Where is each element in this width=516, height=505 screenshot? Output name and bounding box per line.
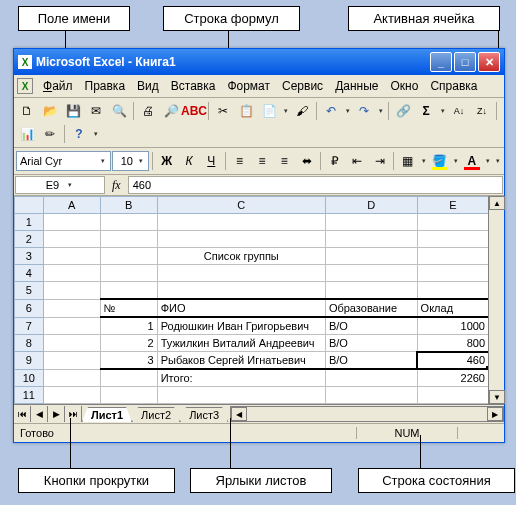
sheet-tab-3[interactable]: Лист3 — [180, 407, 228, 422]
sort-desc-icon[interactable]: Z↓ — [471, 100, 493, 122]
menu-tools[interactable]: Сервис — [276, 77, 329, 95]
row-header-4[interactable]: 4 — [15, 265, 44, 282]
mail-icon[interactable]: ✉ — [85, 100, 107, 122]
sheet-tab-1[interactable]: Лист1 — [82, 407, 132, 422]
open-icon[interactable]: 📂 — [39, 100, 61, 122]
toolbar-more[interactable]: ▾ — [91, 130, 100, 138]
format-painter-icon[interactable]: 🖌 — [291, 100, 313, 122]
row-header-5[interactable]: 5 — [15, 282, 44, 300]
vertical-scrollbar[interactable]: ▲ ▼ — [488, 196, 504, 404]
tab-nav-last-icon[interactable]: ⏭ — [65, 406, 82, 422]
menu-view[interactable]: Вид — [131, 77, 165, 95]
autosum-icon[interactable]: Σ — [415, 100, 437, 122]
scroll-right-icon[interactable]: ▶ — [487, 407, 503, 421]
help-icon[interactable]: ? — [68, 123, 90, 145]
name-box-dropdown[interactable]: ▾ — [65, 181, 74, 189]
redo-icon[interactable]: ↷ — [353, 100, 375, 122]
cell-r3-num[interactable]: 3 — [100, 352, 157, 370]
row-header-2[interactable]: 2 — [15, 231, 44, 248]
sheet-tab-2[interactable]: Лист2 — [132, 407, 180, 422]
cell-hdr-fio[interactable]: ФИО — [157, 299, 325, 317]
indent-inc-icon[interactable]: ⇥ — [369, 150, 390, 172]
cell-title[interactable]: Список группы — [157, 248, 325, 265]
row-header-6[interactable]: 6 — [15, 299, 44, 317]
app-control-icon[interactable]: X — [17, 78, 33, 94]
row-header-1[interactable]: 1 — [15, 214, 44, 231]
format-more[interactable]: ▾ — [493, 157, 502, 165]
search-icon[interactable]: 🔍 — [108, 100, 130, 122]
undo-icon[interactable]: ↶ — [320, 100, 342, 122]
align-center-icon[interactable]: ≡ — [251, 150, 272, 172]
cell-r2-fio[interactable]: Тужилкин Виталий Андреевич — [157, 335, 325, 352]
menu-format[interactable]: Формат — [221, 77, 276, 95]
row-header-9[interactable]: 9 — [15, 352, 44, 370]
row-header-8[interactable]: 8 — [15, 335, 44, 352]
tab-nav-first-icon[interactable]: ⏮ — [14, 406, 31, 422]
paste-dropdown[interactable]: ▾ — [281, 107, 290, 115]
row-header-10[interactable]: 10 — [15, 369, 44, 387]
borders-dropdown[interactable]: ▾ — [419, 157, 428, 165]
cell-hdr-edu[interactable]: Образование — [325, 299, 417, 317]
spell-icon[interactable]: ABC — [183, 100, 205, 122]
drawing-icon[interactable]: ✏ — [39, 123, 61, 145]
cell-r3-fio[interactable]: Рыбаков Сергей Игнатьевич — [157, 352, 325, 370]
cell-r2-num[interactable]: 2 — [100, 335, 157, 352]
col-header-B[interactable]: B — [100, 197, 157, 214]
scroll-down-icon[interactable]: ▼ — [489, 390, 505, 404]
paste-icon[interactable]: 📄 — [258, 100, 280, 122]
copy-icon[interactable]: 📋 — [235, 100, 257, 122]
preview-icon[interactable]: 🔎 — [160, 100, 182, 122]
underline-button[interactable]: Ч — [201, 150, 222, 172]
menu-edit[interactable]: Правка — [79, 77, 132, 95]
fx-icon[interactable]: fx — [106, 178, 127, 193]
cell-total-val[interactable]: 2260 — [417, 369, 488, 387]
row-header-3[interactable]: 3 — [15, 248, 44, 265]
col-header-A[interactable]: A — [43, 197, 100, 214]
cell-r1-edu[interactable]: В/О — [325, 317, 417, 335]
menu-window[interactable]: Окно — [384, 77, 424, 95]
col-header-C[interactable]: C — [157, 197, 325, 214]
cell-r2-edu[interactable]: В/О — [325, 335, 417, 352]
cell-r3-edu[interactable]: В/О — [325, 352, 417, 370]
align-left-icon[interactable]: ≡ — [229, 150, 250, 172]
redo-dropdown[interactable]: ▾ — [376, 107, 385, 115]
maximize-button[interactable]: □ — [454, 52, 476, 72]
merge-center-icon[interactable]: ⬌ — [296, 150, 317, 172]
italic-button[interactable]: К — [178, 150, 199, 172]
scroll-left-icon[interactable]: ◀ — [231, 407, 247, 421]
formula-input[interactable]: 460 — [128, 176, 503, 194]
cell-r1-num[interactable]: 1 — [100, 317, 157, 335]
font-color-icon[interactable]: А — [461, 150, 482, 172]
row-header-7[interactable]: 7 — [15, 317, 44, 335]
currency-icon[interactable]: ₽ — [324, 150, 345, 172]
autosum-dropdown[interactable]: ▾ — [438, 107, 447, 115]
cell-r2-sal[interactable]: 800 — [417, 335, 488, 352]
tab-nav-next-icon[interactable]: ▶ — [48, 406, 65, 422]
cell-hdr-num[interactable]: № — [100, 299, 157, 317]
sort-asc-icon[interactable]: A↓ — [448, 100, 470, 122]
indent-dec-icon[interactable]: ⇤ — [347, 150, 368, 172]
chart-icon[interactable]: 📊 — [16, 123, 38, 145]
fontcolor-dropdown[interactable]: ▾ — [484, 157, 493, 165]
hyperlink-icon[interactable]: 🔗 — [392, 100, 414, 122]
menu-insert[interactable]: Вставка — [165, 77, 222, 95]
col-header-E[interactable]: E — [417, 197, 488, 214]
scroll-up-icon[interactable]: ▲ — [489, 196, 505, 210]
active-cell-E9[interactable]: 460 — [417, 352, 488, 370]
menu-file[interactable]: ФФайлайл — [37, 77, 79, 95]
cell-r1-fio[interactable]: Родюшкин Иван Григорьевич — [157, 317, 325, 335]
cut-icon[interactable]: ✂ — [212, 100, 234, 122]
new-icon[interactable]: 🗋 — [16, 100, 38, 122]
tab-nav-prev-icon[interactable]: ◀ — [31, 406, 48, 422]
save-icon[interactable]: 💾 — [62, 100, 84, 122]
align-right-icon[interactable]: ≡ — [274, 150, 295, 172]
cell-hdr-salary[interactable]: Оклад — [417, 299, 488, 317]
cell-total-label[interactable]: Итого: — [157, 369, 325, 387]
undo-dropdown[interactable]: ▾ — [343, 107, 352, 115]
print-icon[interactable]: 🖨 — [137, 100, 159, 122]
bold-button[interactable]: Ж — [156, 150, 177, 172]
borders-icon[interactable]: ▦ — [397, 150, 418, 172]
font-name-select[interactable]: Arial Cyr ▾ — [16, 151, 111, 171]
fill-color-icon[interactable]: 🪣 — [429, 150, 450, 172]
col-header-D[interactable]: D — [325, 197, 417, 214]
